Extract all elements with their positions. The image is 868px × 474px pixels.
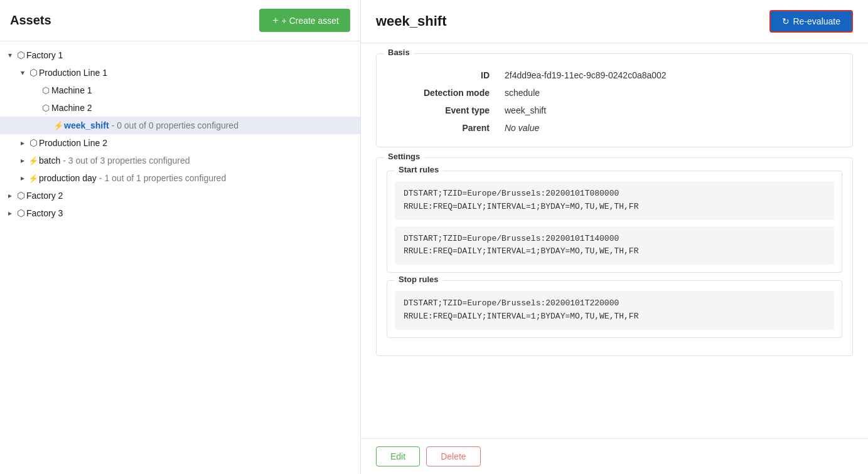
tree-label: Factory 1 (26, 50, 63, 60)
chevron-right-icon (18, 155, 28, 166)
start-rules-label: Start rules (395, 165, 442, 174)
basis-detection-row: Detection mode schedule (387, 84, 842, 102)
re-evaluate-button[interactable]: ↻ Re-evaluate (769, 10, 854, 33)
create-asset-button[interactable]: ＋ + Create asset (259, 9, 350, 32)
tree-item-batch[interactable]: ⚡ batch - 3 out of 3 properties configur… (0, 152, 360, 169)
left-panel: Assets ＋ + Create asset ⬡ Factory 1 ⬡ Pr… (0, 0, 361, 474)
asset-tree: ⬡ Factory 1 ⬡ Production Line 1 ⬡ Machin… (0, 41, 360, 474)
basis-id-row: ID 2f4dd9ea-fd19-11ec-9c89-0242c0a8a002 (387, 66, 842, 84)
id-value: 2f4dd9ea-fd19-11ec-9c89-0242c0a8a002 (500, 66, 842, 84)
cube-icon: ⬡ (15, 208, 26, 219)
cube-icon: ⬡ (28, 67, 39, 78)
detail-header: week_shift ↻ Re-evaluate (361, 0, 868, 43)
bolt-icon: ⚡ (28, 155, 39, 166)
chevron-down-icon (5, 50, 15, 60)
create-asset-label: + Create asset (282, 16, 339, 26)
tree-label: week_shift (64, 120, 109, 130)
basis-event-type-row: Event type week_shift (387, 102, 842, 119)
parent-value: No value (500, 119, 842, 137)
page-title: week_shift (376, 13, 447, 29)
right-panel: week_shift ↻ Re-evaluate Basis ID 2f4dd9… (361, 0, 868, 474)
chevron-down-icon (18, 68, 28, 78)
edit-button[interactable]: Edit (376, 446, 420, 466)
detail-content: Basis ID 2f4dd9ea-fd19-11ec-9c89-0242c0a… (361, 43, 868, 438)
start-rules-section: Start rules DTSTART;TZID=Europe/Brussels… (387, 171, 842, 273)
cube-icon: ⬡ (15, 50, 26, 61)
start-rule-1: DTSTART;TZID=Europe/Brussels:20200101T08… (395, 181, 834, 220)
stop-rules-label: Stop rules (395, 275, 442, 284)
basis-section-label: Basis (384, 48, 414, 57)
tree-item-factory3[interactable]: ⬡ Factory 3 (0, 204, 360, 222)
cube-icon: ⬡ (15, 190, 26, 201)
stop-rule-1: DTSTART;TZID=Europe/Brussels:20200101T22… (395, 291, 834, 330)
tree-item-production-day[interactable]: ⚡ production day - 1 out of 1 properties… (0, 169, 360, 187)
stop-rules-section: Stop rules DTSTART;TZID=Europe/Brussels:… (387, 280, 842, 338)
start-rules-body: DTSTART;TZID=Europe/Brussels:20200101T08… (387, 171, 842, 272)
settings-section: Settings Start rules DTSTART;TZID=Europe… (376, 157, 853, 356)
tree-sub-label: - 3 out of 3 properties configured (63, 155, 190, 166)
tree-label: Machine 2 (51, 103, 92, 113)
stop-rules-body: DTSTART;TZID=Europe/Brussels:20200101T22… (387, 281, 842, 337)
detection-mode-label: Detection mode (387, 84, 500, 102)
tree-sub-label: - 0 out of 0 properties configured (112, 120, 238, 130)
left-header: Assets ＋ + Create asset (0, 0, 360, 41)
bolt-icon: ⚡ (28, 172, 39, 184)
cube-icon: ⬡ (40, 102, 51, 113)
settings-section-label: Settings (384, 152, 424, 161)
tree-label: Production Line 1 (39, 68, 107, 78)
event-type-value: week_shift (500, 102, 842, 119)
refresh-icon: ↻ (782, 16, 790, 26)
tree-label: Machine 1 (51, 85, 92, 95)
spacer (43, 120, 53, 130)
tree-item-machine2[interactable]: ⬡ Machine 2 (0, 99, 360, 117)
chevron-right-icon (5, 191, 15, 201)
tree-item-week-shift[interactable]: ⚡ week_shift - 0 out of 0 properties con… (0, 117, 360, 134)
tree-sub-label: - 1 out of 1 properties configured (99, 173, 226, 183)
basis-parent-row: Parent No value (387, 119, 842, 137)
tree-label: production day (39, 173, 97, 183)
parent-label: Parent (387, 119, 500, 137)
spacer (30, 85, 40, 95)
tree-label: Factory 3 (26, 208, 63, 218)
cube-icon: ⬡ (40, 85, 51, 96)
basis-table: ID 2f4dd9ea-fd19-11ec-9c89-0242c0a8a002 … (387, 66, 842, 137)
tree-item-prodline2[interactable]: ⬡ Production Line 2 (0, 134, 360, 152)
tree-label: Factory 2 (26, 191, 63, 201)
id-label: ID (387, 66, 500, 84)
tree-item-factory1[interactable]: ⬡ Factory 1 (0, 46, 360, 64)
delete-button[interactable]: Delete (426, 446, 480, 466)
tree-item-factory2[interactable]: ⬡ Factory 2 (0, 187, 360, 204)
tree-label: batch (39, 155, 60, 166)
spacer (30, 103, 40, 113)
chevron-right-icon (18, 138, 28, 148)
event-type-label: Event type (387, 102, 500, 119)
re-evaluate-label: Re-evaluate (793, 16, 841, 26)
detection-mode-value: schedule (500, 84, 842, 102)
tree-item-machine1[interactable]: ⬡ Machine 1 (0, 82, 360, 99)
tree-label: Production Line 2 (39, 138, 107, 148)
footer-actions: Edit Delete (361, 438, 868, 474)
basis-section-body: ID 2f4dd9ea-fd19-11ec-9c89-0242c0a8a002 … (377, 54, 852, 147)
tree-item-prodline1[interactable]: ⬡ Production Line 1 (0, 64, 360, 82)
assets-title: Assets (10, 13, 51, 28)
start-rule-2: DTSTART;TZID=Europe/Brussels:20200101T14… (395, 226, 834, 265)
bolt-icon: ⚡ (53, 120, 64, 131)
chevron-right-icon (5, 208, 15, 218)
basis-section: Basis ID 2f4dd9ea-fd19-11ec-9c89-0242c0a… (376, 53, 853, 147)
cube-icon: ⬡ (28, 137, 39, 149)
settings-section-body: Start rules DTSTART;TZID=Europe/Brussels… (377, 158, 852, 356)
chevron-right-icon (18, 173, 28, 183)
plus-icon: ＋ (271, 14, 281, 27)
